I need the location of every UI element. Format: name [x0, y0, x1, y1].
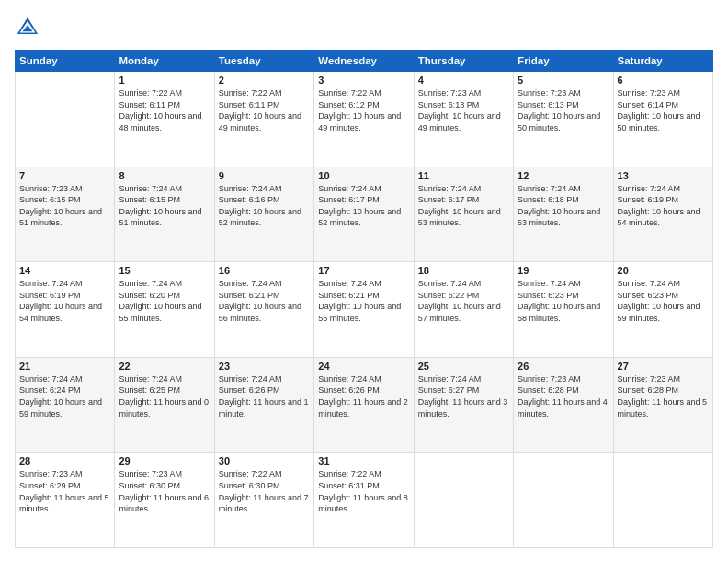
day-number: 24 — [318, 361, 409, 372]
week-row-2: 7Sunrise: 7:23 AMSunset: 6:15 PMDaylight… — [16, 167, 713, 262]
day-number: 7 — [19, 170, 110, 181]
calendar-cell: 25Sunrise: 7:24 AMSunset: 6:27 PMDayligh… — [414, 357, 513, 453]
day-number: 8 — [119, 170, 210, 181]
calendar-table: SundayMondayTuesdayWednesdayThursdayFrid… — [15, 50, 713, 548]
calendar-cell: 27Sunrise: 7:23 AMSunset: 6:28 PMDayligh… — [613, 357, 712, 453]
calendar-cell: 31Sunrise: 7:22 AMSunset: 6:31 PMDayligh… — [314, 453, 414, 548]
day-number: 15 — [119, 265, 210, 276]
week-row-3: 14Sunrise: 7:24 AMSunset: 6:19 PMDayligh… — [16, 262, 713, 358]
day-info: Sunrise: 7:24 AMSunset: 6:21 PMDaylight:… — [318, 278, 409, 324]
calendar-cell: 15Sunrise: 7:24 AMSunset: 6:20 PMDayligh… — [115, 262, 214, 358]
calendar-cell: 22Sunrise: 7:24 AMSunset: 6:25 PMDayligh… — [115, 357, 214, 453]
calendar-cell: 14Sunrise: 7:24 AMSunset: 6:19 PMDayligh… — [16, 262, 115, 358]
calendar-cell: 11Sunrise: 7:24 AMSunset: 6:17 PMDayligh… — [414, 167, 513, 262]
calendar-cell: 4Sunrise: 7:23 AMSunset: 6:13 PMDaylight… — [414, 72, 513, 167]
weekday-header-wednesday: Wednesday — [314, 51, 414, 72]
week-row-1: 1Sunrise: 7:22 AMSunset: 6:11 PMDaylight… — [16, 72, 713, 167]
day-info: Sunrise: 7:22 AMSunset: 6:12 PMDaylight:… — [318, 87, 409, 133]
day-number: 4 — [418, 75, 509, 86]
calendar-cell — [414, 453, 513, 548]
calendar-cell: 10Sunrise: 7:24 AMSunset: 6:17 PMDayligh… — [314, 167, 414, 262]
day-number: 28 — [19, 455, 110, 466]
day-number: 17 — [318, 265, 409, 276]
week-row-5: 28Sunrise: 7:23 AMSunset: 6:29 PMDayligh… — [16, 453, 713, 548]
day-info: Sunrise: 7:23 AMSunset: 6:13 PMDaylight:… — [518, 87, 609, 133]
day-number: 25 — [418, 361, 509, 372]
calendar-cell: 28Sunrise: 7:23 AMSunset: 6:29 PMDayligh… — [16, 453, 115, 548]
calendar-cell — [16, 72, 115, 167]
calendar-cell: 26Sunrise: 7:23 AMSunset: 6:28 PMDayligh… — [514, 357, 613, 453]
day-number: 29 — [119, 455, 210, 466]
calendar-cell — [514, 453, 613, 548]
calendar-cell: 13Sunrise: 7:24 AMSunset: 6:19 PMDayligh… — [613, 167, 712, 262]
day-info: Sunrise: 7:23 AMSunset: 6:14 PMDaylight:… — [618, 87, 709, 133]
logo-icon — [15, 15, 40, 40]
calendar-cell: 16Sunrise: 7:24 AMSunset: 6:21 PMDayligh… — [214, 262, 313, 358]
weekday-header-row: SundayMondayTuesdayWednesdayThursdayFrid… — [16, 51, 713, 72]
day-info: Sunrise: 7:22 AMSunset: 6:30 PMDaylight:… — [219, 468, 310, 514]
calendar-cell: 8Sunrise: 7:24 AMSunset: 6:15 PMDaylight… — [115, 167, 214, 262]
day-info: Sunrise: 7:23 AMSunset: 6:30 PMDaylight:… — [119, 468, 210, 514]
calendar-cell: 12Sunrise: 7:24 AMSunset: 6:18 PMDayligh… — [514, 167, 613, 262]
calendar-cell: 18Sunrise: 7:24 AMSunset: 6:22 PMDayligh… — [414, 262, 513, 358]
weekday-header-thursday: Thursday — [414, 51, 513, 72]
day-number: 18 — [418, 265, 509, 276]
calendar-cell: 6Sunrise: 7:23 AMSunset: 6:14 PMDaylight… — [613, 72, 712, 167]
day-info: Sunrise: 7:24 AMSunset: 6:15 PMDaylight:… — [119, 183, 210, 229]
weekday-header-monday: Monday — [115, 51, 214, 72]
day-info: Sunrise: 7:23 AMSunset: 6:29 PMDaylight:… — [19, 468, 110, 514]
calendar-cell: 24Sunrise: 7:24 AMSunset: 6:26 PMDayligh… — [314, 357, 414, 453]
day-info: Sunrise: 7:24 AMSunset: 6:25 PMDaylight:… — [119, 373, 210, 419]
day-number: 20 — [618, 265, 709, 276]
calendar-cell: 7Sunrise: 7:23 AMSunset: 6:15 PMDaylight… — [16, 167, 115, 262]
page-header — [15, 15, 713, 40]
day-number: 14 — [19, 265, 110, 276]
week-row-4: 21Sunrise: 7:24 AMSunset: 6:24 PMDayligh… — [16, 357, 713, 453]
day-info: Sunrise: 7:24 AMSunset: 6:26 PMDaylight:… — [219, 373, 310, 419]
day-number: 11 — [418, 170, 509, 181]
day-number: 3 — [318, 75, 409, 86]
day-info: Sunrise: 7:23 AMSunset: 6:15 PMDaylight:… — [19, 183, 110, 229]
calendar-cell: 1Sunrise: 7:22 AMSunset: 6:11 PMDaylight… — [115, 72, 214, 167]
day-info: Sunrise: 7:24 AMSunset: 6:19 PMDaylight:… — [618, 183, 709, 229]
day-number: 23 — [219, 361, 310, 372]
day-number: 9 — [219, 170, 310, 181]
calendar-cell: 17Sunrise: 7:24 AMSunset: 6:21 PMDayligh… — [314, 262, 414, 358]
day-info: Sunrise: 7:23 AMSunset: 6:13 PMDaylight:… — [418, 87, 509, 133]
day-info: Sunrise: 7:22 AMSunset: 6:31 PMDaylight:… — [318, 468, 409, 514]
day-info: Sunrise: 7:24 AMSunset: 6:23 PMDaylight:… — [518, 278, 609, 324]
weekday-header-friday: Friday — [514, 51, 613, 72]
day-number: 16 — [219, 265, 310, 276]
calendar-cell: 23Sunrise: 7:24 AMSunset: 6:26 PMDayligh… — [214, 357, 313, 453]
logo — [15, 15, 44, 40]
day-number: 30 — [219, 455, 310, 466]
day-info: Sunrise: 7:24 AMSunset: 6:18 PMDaylight:… — [518, 183, 609, 229]
day-info: Sunrise: 7:24 AMSunset: 6:26 PMDaylight:… — [318, 373, 409, 419]
day-info: Sunrise: 7:24 AMSunset: 6:19 PMDaylight:… — [19, 278, 110, 324]
day-info: Sunrise: 7:24 AMSunset: 6:23 PMDaylight:… — [618, 278, 709, 324]
day-info: Sunrise: 7:23 AMSunset: 6:28 PMDaylight:… — [518, 373, 609, 419]
calendar-cell: 29Sunrise: 7:23 AMSunset: 6:30 PMDayligh… — [115, 453, 214, 548]
day-number: 22 — [119, 361, 210, 372]
day-number: 27 — [618, 361, 709, 372]
day-info: Sunrise: 7:23 AMSunset: 6:28 PMDaylight:… — [618, 373, 709, 419]
day-number: 21 — [19, 361, 110, 372]
calendar-cell: 5Sunrise: 7:23 AMSunset: 6:13 PMDaylight… — [514, 72, 613, 167]
day-info: Sunrise: 7:24 AMSunset: 6:21 PMDaylight:… — [219, 278, 310, 324]
day-number: 1 — [119, 75, 210, 86]
day-info: Sunrise: 7:24 AMSunset: 6:22 PMDaylight:… — [418, 278, 509, 324]
day-number: 12 — [518, 170, 609, 181]
day-number: 13 — [618, 170, 709, 181]
day-info: Sunrise: 7:24 AMSunset: 6:27 PMDaylight:… — [418, 373, 509, 419]
day-info: Sunrise: 7:24 AMSunset: 6:16 PMDaylight:… — [219, 183, 310, 229]
day-number: 26 — [518, 361, 609, 372]
day-number: 19 — [518, 265, 609, 276]
calendar-cell: 19Sunrise: 7:24 AMSunset: 6:23 PMDayligh… — [514, 262, 613, 358]
day-info: Sunrise: 7:24 AMSunset: 6:17 PMDaylight:… — [318, 183, 409, 229]
calendar-page: SundayMondayTuesdayWednesdayThursdayFrid… — [0, 0, 728, 563]
day-number: 10 — [318, 170, 409, 181]
day-info: Sunrise: 7:24 AMSunset: 6:20 PMDaylight:… — [119, 278, 210, 324]
calendar-cell: 9Sunrise: 7:24 AMSunset: 6:16 PMDaylight… — [214, 167, 313, 262]
day-info: Sunrise: 7:22 AMSunset: 6:11 PMDaylight:… — [219, 87, 310, 133]
weekday-header-sunday: Sunday — [16, 51, 115, 72]
